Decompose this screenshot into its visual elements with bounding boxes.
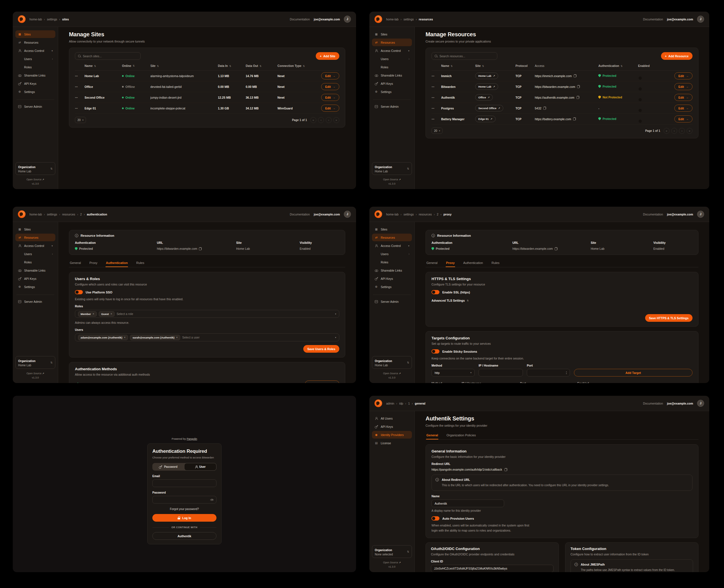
tab-general[interactable]: General xyxy=(426,259,438,267)
breadcrumb-item[interactable]: home-lab xyxy=(386,18,399,21)
sidebar-item-users[interactable]: Users› xyxy=(372,250,412,258)
sidebar-item-access-control[interactable]: Access Control▾ xyxy=(15,47,55,55)
sidebar-item-sites[interactable]: ▦Sites xyxy=(372,30,412,38)
tab-authentication[interactable]: Authentication xyxy=(463,259,483,267)
sidebar-item-roles[interactable]: Roles xyxy=(372,63,412,71)
sidebar-item-server-admin[interactable]: Server Admin xyxy=(15,103,55,110)
avatar[interactable]: J xyxy=(697,16,704,23)
col-data-out[interactable]: Data Out⇅ xyxy=(246,64,278,67)
tab-general[interactable]: General xyxy=(426,432,438,439)
organization-picker[interactable]: OrganizationHome Lab ⇅ xyxy=(15,356,55,369)
col-connection-type[interactable]: Connection Type⇅ xyxy=(278,64,315,67)
sidebar-item-api-keys[interactable]: API Keys xyxy=(372,80,412,87)
row-menu-icon[interactable]: ⋯ xyxy=(431,74,441,78)
breadcrumb-item[interactable]: admin xyxy=(386,402,394,405)
sidebar-item-api-keys[interactable]: API Keys xyxy=(15,80,55,87)
tab-rules[interactable]: Rules xyxy=(136,259,144,267)
open-source-link[interactable]: Open Source ↗ xyxy=(26,178,44,181)
authentik-sso-button[interactable]: Authentik xyxy=(152,532,217,540)
access-url[interactable]: https://authentik.example.com xyxy=(535,96,575,99)
access-url[interactable]: https://immich.example.com xyxy=(535,74,572,78)
first-page-button[interactable]: « xyxy=(664,128,669,134)
access-url[interactable]: https://bitwarden.example.com xyxy=(535,85,575,88)
redirect-url[interactable]: https://pangolin.example.com/auth/idp/1/… xyxy=(431,468,502,471)
site-link-pill[interactable]: Edge 01↗ xyxy=(475,116,496,122)
col-data-in[interactable]: Data In⇅ xyxy=(218,64,246,67)
last-page-button[interactable]: » xyxy=(333,117,339,123)
edit-button[interactable]: Edit→ xyxy=(675,72,692,79)
user-chip[interactable]: adam@example.com (Authentik)× xyxy=(78,335,128,340)
tab-password[interactable]: Password xyxy=(152,463,184,470)
eye-icon[interactable] xyxy=(210,498,214,501)
breadcrumb-item[interactable]: 2 xyxy=(434,213,438,216)
copy-icon[interactable] xyxy=(573,118,576,121)
tab-rules[interactable]: Rules xyxy=(491,259,500,267)
breadcrumb-item[interactable]: home-lab xyxy=(29,213,42,216)
organization-picker[interactable]: OrganizationHome Lab ⇅ xyxy=(15,162,55,175)
access-port[interactable]: 5432 xyxy=(535,107,541,110)
close-icon[interactable]: × xyxy=(124,336,125,339)
roles-select[interactable]: Member× Guest× Select a role ▾ xyxy=(75,310,339,318)
sidebar-item-api-keys[interactable]: API Keys xyxy=(15,275,55,282)
breadcrumb-item[interactable]: 2 xyxy=(77,213,82,216)
user-email[interactable]: joe@example.com xyxy=(667,402,693,405)
breadcrumb-item[interactable]: settings xyxy=(401,18,414,21)
breadcrumb-item[interactable]: 1 xyxy=(405,402,410,405)
copy-icon[interactable] xyxy=(199,247,202,250)
site-link-pill[interactable]: Second Office↗ xyxy=(475,105,503,111)
breadcrumb-item[interactable]: settings xyxy=(401,213,414,216)
pangolin-link[interactable]: Pangolin xyxy=(187,437,197,440)
ssl-toggle[interactable] xyxy=(431,290,439,294)
documentation-link[interactable]: Documentation xyxy=(643,18,663,21)
sidebar-item-shareable-links[interactable]: Shareable Links xyxy=(15,267,55,274)
col-online[interactable]: Online⇅ xyxy=(122,64,150,67)
col-name[interactable]: Name⇅ xyxy=(441,64,475,67)
row-menu-icon[interactable]: ⋯ xyxy=(431,96,441,99)
user-email[interactable]: joe@example.com xyxy=(667,213,693,216)
tab-proxy[interactable]: Proxy xyxy=(89,259,98,267)
role-chip[interactable]: Guest× xyxy=(99,311,115,317)
port-input[interactable]: ▴▾ xyxy=(527,369,570,377)
open-source-link[interactable]: Open Source ↗ xyxy=(383,561,401,564)
last-page-button[interactable]: » xyxy=(687,128,692,134)
user-email[interactable]: joe@example.com xyxy=(314,18,340,21)
breadcrumb-item[interactable]: resources xyxy=(59,213,75,216)
open-source-link[interactable]: Open Source ↗ xyxy=(383,178,401,181)
resource-url[interactable]: https://bitwarden.example.com xyxy=(157,247,197,250)
resource-url[interactable]: https://bitwarden.example.com xyxy=(512,247,552,250)
sidebar-item-resources[interactable]: ⇄Resources xyxy=(15,234,55,241)
documentation-link[interactable]: Documentation xyxy=(290,213,310,216)
breadcrumb-item[interactable]: resources xyxy=(416,213,432,216)
sidebar-item-sites[interactable]: ▦Sites xyxy=(15,30,55,38)
documentation-link[interactable]: Documentation xyxy=(643,213,663,216)
sidebar-item-users[interactable]: Users› xyxy=(15,55,55,63)
row-menu-icon[interactable]: ⋯ xyxy=(75,85,84,88)
row-menu-icon[interactable]: ⋯ xyxy=(75,96,84,99)
add-resource-button[interactable]: +Add Resource xyxy=(661,52,692,60)
open-source-link[interactable]: Open Source ↗ xyxy=(383,372,401,375)
organization-picker[interactable]: OrganizationHome Lab ⇅ xyxy=(372,356,412,369)
user-email[interactable]: joe@example.com xyxy=(314,213,340,216)
sidebar-item-access-control[interactable]: Access Control▾ xyxy=(15,242,55,250)
avatar[interactable]: J xyxy=(697,400,704,407)
page-size-select[interactable]: 20▾ xyxy=(431,128,443,134)
col-name[interactable]: Name⇅ xyxy=(84,64,122,67)
sidebar-item-sites[interactable]: ▦Sites xyxy=(372,225,412,233)
sidebar-item-settings[interactable]: ⚙Settings xyxy=(15,283,55,291)
page-size-select[interactable]: 20▾ xyxy=(75,117,86,123)
breadcrumb-item[interactable]: home-lab xyxy=(386,213,399,216)
sidebar-item-api-keys[interactable]: API Keys xyxy=(372,423,412,430)
pangolin-logo[interactable] xyxy=(375,399,382,407)
edit-button[interactable]: Edit→ xyxy=(675,94,692,101)
breadcrumb-item[interactable]: settings xyxy=(44,18,57,21)
col-site[interactable]: Site⇅ xyxy=(150,64,218,67)
auto-provision-toggle[interactable] xyxy=(431,516,439,521)
tab-general[interactable]: General xyxy=(69,259,81,267)
client-id-input[interactable]: JJoSvHCZcxnXT2sfolAJFSSj6a21MuKNRXs3kN5w… xyxy=(431,565,554,572)
search-input[interactable]: Search sites... xyxy=(75,52,141,60)
pangolin-logo[interactable] xyxy=(375,15,382,23)
tab-proxy[interactable]: Proxy xyxy=(446,259,455,267)
prev-page-button[interactable]: ‹ xyxy=(671,128,677,134)
pangolin-logo[interactable] xyxy=(375,210,382,218)
open-source-link[interactable]: Open Source ↗ xyxy=(26,372,44,375)
